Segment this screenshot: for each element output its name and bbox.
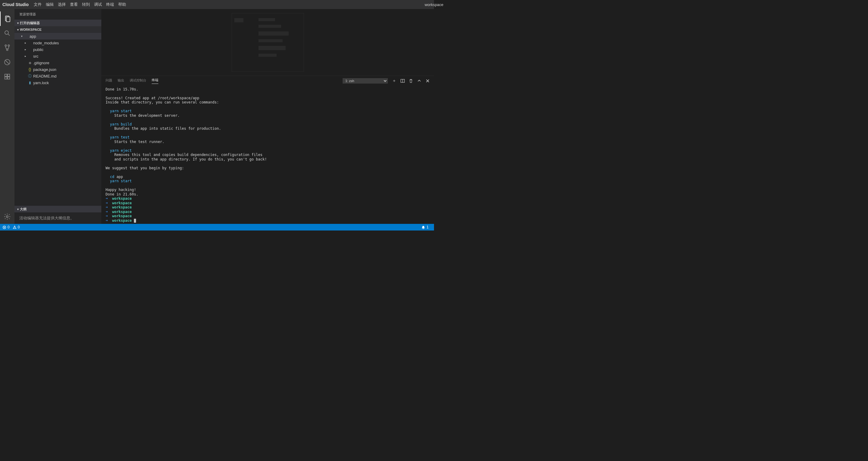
menu-item[interactable]: 调试 xyxy=(92,2,104,7)
panel-tab[interactable]: 问题 xyxy=(105,78,112,84)
item-label: src xyxy=(33,54,38,59)
panel-tab[interactable]: 输出 xyxy=(118,78,124,84)
file-item[interactable]: {}package.json xyxy=(14,66,101,73)
file-icon: ▮ xyxy=(27,81,33,85)
extensions-icon[interactable] xyxy=(0,69,14,84)
outline-label: 大纲 xyxy=(20,207,27,212)
file-item[interactable]: ▮yarn.lock xyxy=(14,79,101,86)
brand-label: Cloud Studio xyxy=(2,2,29,7)
svg-point-4 xyxy=(5,45,7,47)
menu-item[interactable]: 编辑 xyxy=(44,2,56,7)
menu-item[interactable]: 帮助 xyxy=(116,2,128,7)
file-icon: {} xyxy=(27,67,33,71)
file-tree: ▾app▸node_modules▸public▸src◆.gitignore{… xyxy=(14,33,101,86)
editor-area: 问题输出调试控制台终端 1: zsh ＋ xyxy=(101,9,434,224)
svg-rect-1 xyxy=(6,17,10,22)
warnings-count: 0 xyxy=(18,225,20,229)
source-control-icon[interactable] xyxy=(0,40,14,55)
sidebar-title: 资源管理器 xyxy=(14,9,101,20)
folder-item[interactable]: ▾app xyxy=(14,33,101,39)
bottom-panel: 问题输出调试控制台终端 1: zsh ＋ xyxy=(101,76,434,224)
twistie-icon: ▸ xyxy=(24,41,27,44)
split-terminal-icon[interactable] xyxy=(401,79,405,83)
outline-empty-message: 活动编辑器无法提供大纲信息。 xyxy=(14,212,101,224)
workspace-header[interactable]: ▾ WORKSPACE xyxy=(14,26,101,33)
twistie-icon: ▾ xyxy=(20,35,24,38)
file-item[interactable]: ◆.gitignore xyxy=(14,59,101,66)
svg-rect-9 xyxy=(5,74,7,76)
file-item[interactable]: ⓘREADME.md xyxy=(14,73,101,79)
status-bar: 0 0 1 xyxy=(0,224,434,230)
status-errors[interactable]: 0 xyxy=(2,225,10,229)
panel-tab[interactable]: 调试控制台 xyxy=(130,78,146,84)
twistie-icon: ▸ xyxy=(24,48,27,51)
window-title: workspace xyxy=(425,2,434,7)
errors-count: 0 xyxy=(7,225,10,229)
open-editors-label: 打开的编辑器 xyxy=(20,21,40,25)
file-icon: ⓘ xyxy=(27,73,33,79)
svg-point-2 xyxy=(5,31,8,34)
menu-item[interactable]: 文件 xyxy=(32,2,44,7)
new-terminal-icon[interactable]: ＋ xyxy=(392,78,396,84)
folder-item[interactable]: ▸src xyxy=(14,53,101,59)
item-label: package.json xyxy=(33,67,56,72)
item-label: public xyxy=(33,48,43,52)
panel-tab[interactable]: 终端 xyxy=(152,78,158,84)
debug-icon[interactable] xyxy=(0,55,14,69)
document-placeholder-icon xyxy=(231,13,304,72)
folder-item[interactable]: ▸node_modules xyxy=(14,39,101,46)
menu-item[interactable]: 转到 xyxy=(80,2,92,7)
menu-item[interactable]: 选择 xyxy=(56,2,68,7)
svg-line-3 xyxy=(8,34,10,36)
twistie-icon: ▸ xyxy=(24,55,27,58)
status-notifications[interactable]: 1 xyxy=(421,225,429,229)
workspace-label: WORKSPACE xyxy=(20,28,42,31)
chevron-down-icon: ▾ xyxy=(16,22,20,25)
svg-rect-11 xyxy=(7,77,10,79)
menu-item[interactable]: 查看 xyxy=(68,2,80,7)
svg-rect-12 xyxy=(7,74,10,76)
item-label: app xyxy=(29,34,36,39)
terminal-cursor xyxy=(134,219,136,223)
close-panel-icon[interactable] xyxy=(426,79,430,83)
menu-item[interactable]: 终端 xyxy=(104,2,116,7)
svg-point-13 xyxy=(6,216,8,218)
file-icon: ◆ xyxy=(27,61,33,65)
chevron-down-icon: ▾ xyxy=(16,28,20,31)
svg-line-8 xyxy=(5,60,9,64)
sidebar: 资源管理器 ▾ 打开的编辑器 ▾ WORKSPACE ▾app▸node_mod… xyxy=(14,9,101,224)
svg-point-5 xyxy=(8,45,10,47)
empty-editor-placeholder xyxy=(101,9,434,76)
item-label: README.md xyxy=(33,74,56,79)
svg-rect-10 xyxy=(5,77,7,79)
folder-item[interactable]: ▸public xyxy=(14,46,101,53)
kill-terminal-icon[interactable] xyxy=(409,79,413,83)
svg-point-6 xyxy=(7,49,8,51)
open-editors-header[interactable]: ▾ 打开的编辑器 xyxy=(14,20,101,26)
item-label: yarn.lock xyxy=(33,81,49,85)
panel-tabs: 问题输出调试控制台终端 1: zsh ＋ xyxy=(101,76,434,86)
outline-header[interactable]: ▾ 大纲 xyxy=(14,206,101,212)
notifications-count: 1 xyxy=(427,225,429,229)
status-warnings[interactable]: 0 xyxy=(13,225,20,229)
terminal-output[interactable]: Done in 15.70s. Success! Created app at … xyxy=(101,86,434,224)
settings-gear-icon[interactable] xyxy=(0,209,14,224)
maximize-panel-icon[interactable] xyxy=(417,79,421,83)
terminal-selector[interactable]: 1: zsh xyxy=(343,78,388,84)
titlebar: Cloud Studio 文件编辑选择查看转到调试终端帮助 workspace xyxy=(0,0,434,9)
chevron-down-icon: ▾ xyxy=(16,208,20,211)
search-icon[interactable] xyxy=(0,26,14,40)
item-label: node_modules xyxy=(33,41,59,45)
explorer-icon[interactable] xyxy=(0,11,14,26)
item-label: .gitignore xyxy=(33,61,49,65)
activity-bar xyxy=(0,9,14,224)
